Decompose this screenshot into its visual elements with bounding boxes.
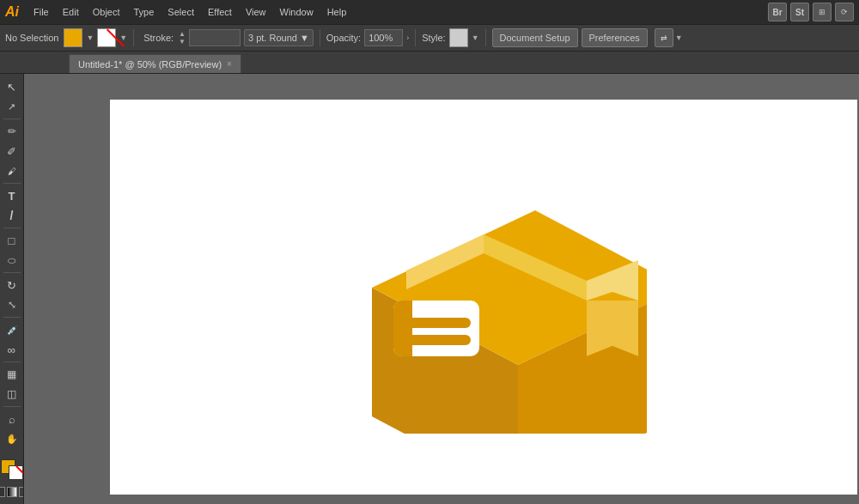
style-swatch[interactable] <box>449 28 468 47</box>
document-canvas <box>110 100 857 495</box>
tool-separator-6 <box>3 361 21 362</box>
toolbox: / <box>0 74 24 504</box>
color-area <box>0 459 24 501</box>
menu-object[interactable]: Object <box>87 4 126 20</box>
tool-separator-5 <box>3 317 21 318</box>
bridge-icon[interactable]: Br <box>768 3 787 21</box>
menu-effect[interactable]: Effect <box>202 4 238 20</box>
menu-type[interactable]: Type <box>128 4 161 20</box>
document-setup-button[interactable]: Document Setup <box>492 28 578 47</box>
opacity-chevron[interactable]: › <box>406 33 409 42</box>
direct-selection-tool[interactable] <box>2 97 22 116</box>
color-mode-buttons <box>0 487 24 497</box>
stroke-dropdown-arrow[interactable]: ▼ <box>119 33 127 42</box>
brush-tool[interactable] <box>2 161 22 180</box>
box-icon <box>320 159 647 435</box>
style-label: Style: <box>422 33 446 43</box>
lasso-tool[interactable] <box>2 251 22 270</box>
arrange-buttons: ⇄ ▼ <box>655 28 683 47</box>
rotate-tool[interactable] <box>2 276 22 295</box>
workspace-icon[interactable]: ⊞ <box>813 3 832 21</box>
menu-view[interactable]: View <box>240 4 272 20</box>
menu-bar: Ai File Edit Object Type Select Effect V… <box>0 0 859 24</box>
tool-separator-4 <box>3 272 21 273</box>
menu-window[interactable]: Window <box>274 4 320 20</box>
label-left-fill <box>402 301 412 356</box>
graph-tool[interactable] <box>2 365 22 384</box>
toolbar-separator-2 <box>320 29 320 46</box>
gradient-btn[interactable] <box>7 487 17 497</box>
canvas-area[interactable] <box>24 74 859 504</box>
stroke-none-indicator[interactable] <box>97 28 116 47</box>
tab-bar: Untitled-1* @ 50% (RGB/Preview) × <box>0 52 859 74</box>
stroke-label: Stroke: <box>143 33 174 43</box>
properties-toolbar: No Selection ▼ ▼ Stroke: ▲ ▼ 3 pt. Round… <box>0 24 859 52</box>
fill-dropdown-arrow[interactable]: ▼ <box>86 33 94 42</box>
scale-tool[interactable] <box>2 295 22 314</box>
stroke-spinbox[interactable]: ▲ ▼ <box>179 30 186 46</box>
stroke-dropdown-chevron: ▼ <box>300 33 309 43</box>
tool-separator-7 <box>3 406 21 407</box>
rectangle-tool[interactable] <box>2 231 22 250</box>
toolbar-separator-3 <box>415 29 416 46</box>
zoom-tool[interactable] <box>2 410 22 428</box>
menu-select[interactable]: Select <box>161 4 200 20</box>
stroke-dash-input[interactable] <box>189 29 241 46</box>
color-swatches <box>1 459 23 480</box>
preferences-button[interactable]: Preferences <box>582 28 648 47</box>
main-area: / <box>0 74 859 504</box>
tool-separator-1 <box>3 118 21 119</box>
stroke-dropdown[interactable]: 3 pt. Round ▼ <box>244 29 314 46</box>
document-tab[interactable]: Untitled-1* @ 50% (RGB/Preview) × <box>69 54 241 73</box>
pencil-tool[interactable] <box>2 142 22 161</box>
toolbar-separator-4 <box>485 29 486 46</box>
tab-close-button[interactable]: × <box>227 59 232 69</box>
gradient-tool[interactable] <box>2 385 22 404</box>
line-tool[interactable]: / <box>2 206 22 225</box>
toolbar-separator-1 <box>133 29 134 46</box>
opacity-input[interactable]: 100% <box>364 29 403 46</box>
tool-separator-3 <box>3 228 21 228</box>
type-tool[interactable] <box>2 186 22 205</box>
menu-help[interactable]: Help <box>321 4 353 20</box>
selection-label: No Selection <box>5 33 58 43</box>
tool-separator-2 <box>3 183 21 184</box>
app-logo: Ai <box>5 4 19 20</box>
opacity-label: Opacity: <box>326 33 361 43</box>
menu-edit[interactable]: Edit <box>57 4 85 20</box>
fill-color-swatch[interactable] <box>64 28 82 47</box>
style-dropdown-arrow[interactable]: ▼ <box>472 33 479 42</box>
arrange-icon[interactable]: ⇄ <box>655 28 673 47</box>
menu-file[interactable]: File <box>27 4 55 20</box>
app-icon-group: Br St ⊞ ⟳ <box>768 3 854 21</box>
pen-tool[interactable] <box>2 122 22 141</box>
selection-tool[interactable] <box>2 77 22 96</box>
opacity-value: 100% <box>369 33 393 43</box>
stock-icon[interactable]: St <box>790 3 809 21</box>
sync-icon[interactable]: ⟳ <box>835 3 854 21</box>
fill-none-btn[interactable] <box>0 487 5 497</box>
arrange-dropdown[interactable]: ▼ <box>675 33 683 42</box>
tab-title: Untitled-1* @ 50% (RGB/Preview) <box>78 59 222 70</box>
package-box-svg <box>320 159 647 434</box>
background-color[interactable] <box>9 465 23 480</box>
stroke-value-label: 3 pt. Round <box>248 33 297 43</box>
eyedropper-tool[interactable] <box>2 320 22 339</box>
hand-tool[interactable] <box>2 429 22 448</box>
blend-tool[interactable] <box>2 340 22 359</box>
